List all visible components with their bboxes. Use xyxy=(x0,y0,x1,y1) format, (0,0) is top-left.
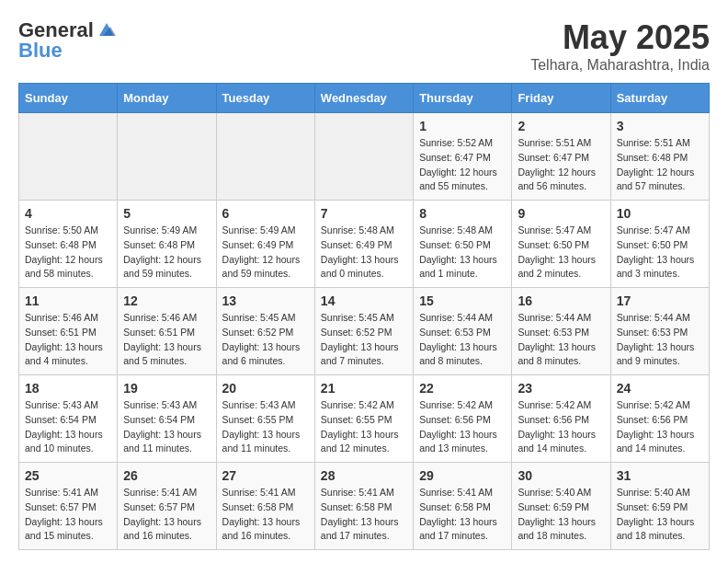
calendar-cell: 26Sunrise: 5:41 AMSunset: 6:57 PMDayligh… xyxy=(118,463,216,550)
day-header-saturday: Saturday xyxy=(610,84,709,113)
day-info: Sunrise: 5:49 AMSunset: 6:49 PMDaylight:… xyxy=(222,224,309,282)
day-info: Sunrise: 5:47 AMSunset: 6:50 PMDaylight:… xyxy=(617,224,703,282)
calendar-cell xyxy=(19,113,118,201)
day-number: 30 xyxy=(518,468,604,483)
calendar-cell: 10Sunrise: 5:47 AMSunset: 6:50 PMDayligh… xyxy=(610,201,709,288)
day-number: 28 xyxy=(321,468,407,483)
day-info: Sunrise: 5:44 AMSunset: 6:53 PMDaylight:… xyxy=(518,311,604,369)
day-info: Sunrise: 5:42 AMSunset: 6:56 PMDaylight:… xyxy=(518,398,604,456)
day-info: Sunrise: 5:47 AMSunset: 6:50 PMDaylight:… xyxy=(518,224,604,282)
day-header-thursday: Thursday xyxy=(414,84,512,113)
calendar-cell: 17Sunrise: 5:44 AMSunset: 6:53 PMDayligh… xyxy=(610,288,709,375)
calendar-week-row: 25Sunrise: 5:41 AMSunset: 6:57 PMDayligh… xyxy=(19,463,710,550)
title-section: May 2025 Telhara, Maharashtra, India xyxy=(530,18,710,74)
calendar-cell: 24Sunrise: 5:42 AMSunset: 6:56 PMDayligh… xyxy=(610,375,709,463)
calendar-cell: 3Sunrise: 5:51 AMSunset: 6:48 PMDaylight… xyxy=(610,113,709,201)
calendar-body: 1Sunrise: 5:52 AMSunset: 6:47 PMDaylight… xyxy=(19,113,710,550)
day-info: Sunrise: 5:43 AMSunset: 6:54 PMDaylight:… xyxy=(25,398,111,456)
day-number: 29 xyxy=(419,468,506,483)
day-number: 16 xyxy=(518,293,604,308)
day-number: 24 xyxy=(617,381,703,396)
day-info: Sunrise: 5:51 AMSunset: 6:48 PMDaylight:… xyxy=(617,136,703,194)
day-info: Sunrise: 5:41 AMSunset: 6:58 PMDaylight:… xyxy=(419,486,506,544)
calendar-cell: 31Sunrise: 5:40 AMSunset: 6:59 PMDayligh… xyxy=(610,463,709,550)
day-info: Sunrise: 5:48 AMSunset: 6:50 PMDaylight:… xyxy=(419,224,506,282)
header-row: SundayMondayTuesdayWednesdayThursdayFrid… xyxy=(19,84,710,113)
calendar-cell: 27Sunrise: 5:41 AMSunset: 6:58 PMDayligh… xyxy=(216,463,314,550)
day-info: Sunrise: 5:46 AMSunset: 6:51 PMDaylight:… xyxy=(123,311,210,369)
day-number: 19 xyxy=(123,381,210,396)
day-info: Sunrise: 5:40 AMSunset: 6:59 PMDaylight:… xyxy=(617,486,703,544)
day-info: Sunrise: 5:46 AMSunset: 6:51 PMDaylight:… xyxy=(25,311,111,369)
calendar-cell: 22Sunrise: 5:42 AMSunset: 6:56 PMDayligh… xyxy=(414,375,512,463)
day-number: 22 xyxy=(419,381,506,396)
day-info: Sunrise: 5:42 AMSunset: 6:56 PMDaylight:… xyxy=(419,398,506,456)
calendar-cell: 20Sunrise: 5:43 AMSunset: 6:55 PMDayligh… xyxy=(216,375,314,463)
calendar-week-row: 18Sunrise: 5:43 AMSunset: 6:54 PMDayligh… xyxy=(19,375,710,463)
calendar-cell: 21Sunrise: 5:42 AMSunset: 6:55 PMDayligh… xyxy=(314,375,413,463)
day-number: 31 xyxy=(617,468,703,483)
calendar-cell: 7Sunrise: 5:48 AMSunset: 6:49 PMDaylight… xyxy=(314,201,413,288)
day-info: Sunrise: 5:50 AMSunset: 6:48 PMDaylight:… xyxy=(25,224,111,282)
calendar-cell xyxy=(314,113,413,201)
day-number: 13 xyxy=(222,293,309,308)
calendar-cell: 11Sunrise: 5:46 AMSunset: 6:51 PMDayligh… xyxy=(19,288,118,375)
day-number: 4 xyxy=(25,206,111,221)
day-number: 27 xyxy=(222,468,309,483)
calendar-cell: 5Sunrise: 5:49 AMSunset: 6:48 PMDaylight… xyxy=(118,201,216,288)
day-number: 14 xyxy=(321,293,407,308)
day-info: Sunrise: 5:40 AMSunset: 6:59 PMDaylight:… xyxy=(518,486,604,544)
calendar-header: SundayMondayTuesdayWednesdayThursdayFrid… xyxy=(19,84,710,113)
day-number: 2 xyxy=(518,119,604,133)
day-number: 6 xyxy=(222,206,309,221)
day-header-wednesday: Wednesday xyxy=(314,84,413,113)
calendar-cell: 9Sunrise: 5:47 AMSunset: 6:50 PMDaylight… xyxy=(512,201,610,288)
day-header-friday: Friday xyxy=(512,84,610,113)
day-info: Sunrise: 5:43 AMSunset: 6:55 PMDaylight:… xyxy=(222,398,309,456)
day-number: 17 xyxy=(617,293,703,308)
day-number: 1 xyxy=(419,119,506,133)
calendar-cell: 4Sunrise: 5:50 AMSunset: 6:48 PMDaylight… xyxy=(19,201,118,288)
day-number: 3 xyxy=(617,119,703,133)
calendar-cell: 25Sunrise: 5:41 AMSunset: 6:57 PMDayligh… xyxy=(19,463,118,550)
day-info: Sunrise: 5:52 AMSunset: 6:47 PMDaylight:… xyxy=(419,136,506,194)
day-info: Sunrise: 5:41 AMSunset: 6:57 PMDaylight:… xyxy=(25,486,111,544)
day-header-sunday: Sunday xyxy=(19,84,118,113)
logo-blue-text: Blue xyxy=(18,39,63,63)
calendar-cell: 30Sunrise: 5:40 AMSunset: 6:59 PMDayligh… xyxy=(512,463,610,550)
calendar-week-row: 1Sunrise: 5:52 AMSunset: 6:47 PMDaylight… xyxy=(19,113,710,201)
page-header: General Blue May 2025 Telhara, Maharasht… xyxy=(18,18,710,74)
day-number: 25 xyxy=(25,468,111,483)
day-info: Sunrise: 5:41 AMSunset: 6:58 PMDaylight:… xyxy=(321,486,407,544)
day-number: 18 xyxy=(25,381,111,396)
day-number: 21 xyxy=(321,381,407,396)
calendar-week-row: 11Sunrise: 5:46 AMSunset: 6:51 PMDayligh… xyxy=(19,288,710,375)
day-info: Sunrise: 5:43 AMSunset: 6:54 PMDaylight:… xyxy=(123,398,210,456)
day-number: 5 xyxy=(123,206,210,221)
day-info: Sunrise: 5:48 AMSunset: 6:49 PMDaylight:… xyxy=(321,224,407,282)
logo: General Blue xyxy=(18,18,118,63)
day-info: Sunrise: 5:41 AMSunset: 6:57 PMDaylight:… xyxy=(123,486,210,544)
logo-icon xyxy=(96,19,118,41)
day-number: 12 xyxy=(123,293,210,308)
day-number: 15 xyxy=(419,293,506,308)
day-info: Sunrise: 5:42 AMSunset: 6:56 PMDaylight:… xyxy=(617,398,703,456)
calendar-cell xyxy=(216,113,314,201)
calendar-cell: 19Sunrise: 5:43 AMSunset: 6:54 PMDayligh… xyxy=(118,375,216,463)
day-info: Sunrise: 5:42 AMSunset: 6:55 PMDaylight:… xyxy=(321,398,407,456)
location-text: Telhara, Maharashtra, India xyxy=(530,57,710,74)
calendar-cell: 23Sunrise: 5:42 AMSunset: 6:56 PMDayligh… xyxy=(512,375,610,463)
day-number: 10 xyxy=(617,206,703,221)
day-info: Sunrise: 5:44 AMSunset: 6:53 PMDaylight:… xyxy=(617,311,703,369)
day-info: Sunrise: 5:41 AMSunset: 6:58 PMDaylight:… xyxy=(222,486,309,544)
day-number: 9 xyxy=(518,206,604,221)
calendar-cell: 18Sunrise: 5:43 AMSunset: 6:54 PMDayligh… xyxy=(19,375,118,463)
calendar-cell: 14Sunrise: 5:45 AMSunset: 6:52 PMDayligh… xyxy=(314,288,413,375)
day-number: 20 xyxy=(222,381,309,396)
calendar-cell: 6Sunrise: 5:49 AMSunset: 6:49 PMDaylight… xyxy=(216,201,314,288)
calendar-cell: 16Sunrise: 5:44 AMSunset: 6:53 PMDayligh… xyxy=(512,288,610,375)
month-title: May 2025 xyxy=(530,18,710,57)
calendar-cell: 15Sunrise: 5:44 AMSunset: 6:53 PMDayligh… xyxy=(414,288,512,375)
day-info: Sunrise: 5:44 AMSunset: 6:53 PMDaylight:… xyxy=(419,311,506,369)
day-info: Sunrise: 5:45 AMSunset: 6:52 PMDaylight:… xyxy=(222,311,309,369)
